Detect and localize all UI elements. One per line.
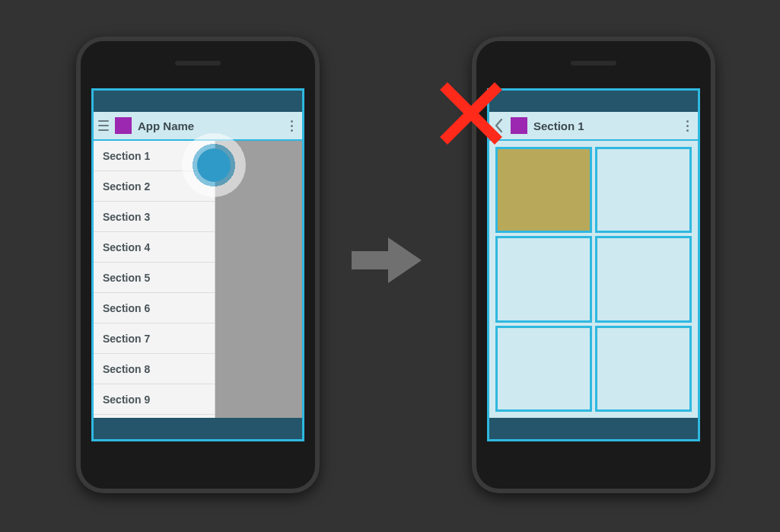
overflow-menu-icon[interactable]	[681, 118, 693, 133]
overflow-menu-icon[interactable]	[285, 118, 298, 133]
content-grid	[489, 141, 698, 418]
grid-cell[interactable]	[495, 236, 592, 322]
grid-cell[interactable]	[495, 147, 592, 233]
drawer-item[interactable]: Section 3	[94, 202, 215, 232]
phone-speaker	[175, 61, 221, 65]
hamburger-icon[interactable]	[98, 120, 109, 131]
grid-cell[interactable]	[495, 326, 592, 412]
drawer-item[interactable]: Section 5	[94, 263, 215, 293]
app-brand-icon	[115, 117, 132, 134]
app-title: App Name	[138, 119, 279, 132]
action-bar: Section 1	[489, 112, 698, 141]
content-area-left: Section 1 Section 2 Section 3 Section 4 …	[94, 141, 302, 418]
system-bar	[489, 418, 698, 439]
app-title: Section 1	[533, 119, 675, 132]
navigation-drawer: Section 1 Section 2 Section 3 Section 4 …	[94, 141, 215, 418]
drawer-item[interactable]: Section 1	[94, 141, 215, 171]
grid-cell[interactable]	[595, 147, 692, 233]
incorrect-x-icon	[438, 81, 504, 146]
drawer-item[interactable]: Section 6	[94, 293, 215, 323]
content-area-right	[489, 141, 698, 418]
screen-left: App Name Section 1 Section 2 Section 3 S…	[91, 88, 304, 441]
system-bar	[94, 418, 302, 439]
action-bar: App Name	[94, 112, 302, 141]
drawer-item[interactable]: Section 8	[94, 354, 215, 384]
phone-speaker	[571, 61, 616, 65]
drawer-item[interactable]: Section 4	[94, 232, 215, 263]
status-bar	[94, 91, 302, 112]
grid-cell[interactable]	[595, 326, 692, 412]
app-brand-icon	[511, 117, 527, 134]
phone-right: Section 1	[472, 37, 715, 493]
phone-left: App Name Section 1 Section 2 Section 3 S…	[76, 37, 320, 493]
status-bar	[489, 91, 698, 112]
arrow-right-icon	[352, 237, 422, 283]
drawer-item[interactable]: Section 7	[94, 323, 215, 354]
grid-cell[interactable]	[595, 236, 692, 322]
screen-right: Section 1	[487, 88, 700, 441]
drawer-item[interactable]: Section 9	[94, 384, 215, 415]
drawer-item[interactable]: Section 2	[94, 171, 215, 202]
